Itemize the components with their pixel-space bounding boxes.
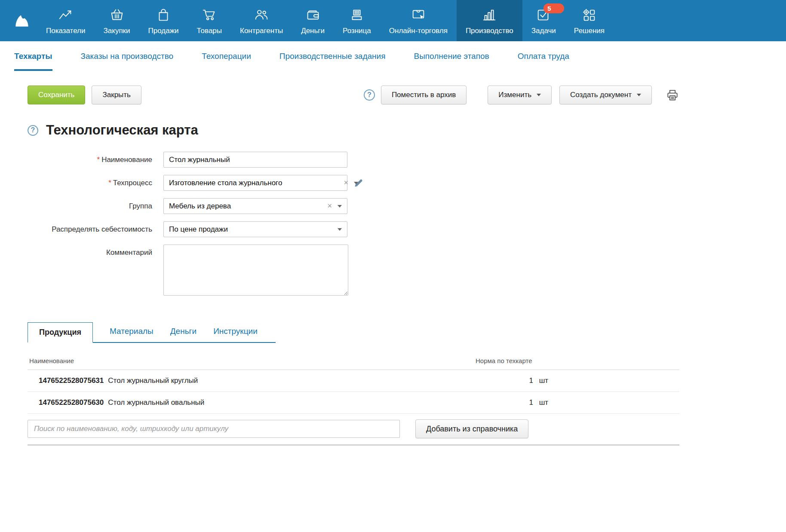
name-control	[163, 152, 347, 168]
page-title: Технологическая карта	[46, 122, 198, 138]
apps-grid-gear-icon	[580, 6, 598, 24]
cost-distribution-label: Распределять себестоимость	[28, 221, 152, 234]
nav-item-counterparties[interactable]: Контрагенты	[231, 0, 292, 41]
name-input[interactable]	[163, 152, 347, 168]
nav-label: Решения	[574, 27, 605, 35]
shopping-cart-icon	[201, 6, 218, 24]
subnav-item-stage-execution[interactable]: Выполнение этапов	[414, 41, 489, 71]
nav-label: Показатели	[46, 27, 86, 35]
nav-label: Производство	[466, 27, 513, 35]
cloud-logo-icon	[13, 12, 31, 30]
close-button[interactable]: Закрыть	[92, 86, 141, 104]
chevron-down-icon	[637, 94, 641, 96]
table-row[interactable]: 1476522528075631 Стол журнальный круглый…	[28, 370, 679, 392]
subnav-item-payroll[interactable]: Оплата труда	[518, 41, 569, 71]
detail-tabs: Продукция Материалы Деньги Инструкции	[28, 322, 276, 343]
techcard-form: *Наименование *Техпроцесс	[28, 152, 679, 296]
process-label-text: Техпроцесс	[113, 179, 152, 187]
line-chart-icon	[57, 6, 74, 24]
tab-products[interactable]: Продукция	[28, 322, 93, 343]
product-code: 1476522528075630	[39, 398, 104, 407]
clear-icon[interactable]	[344, 178, 348, 187]
nav-item-retail[interactable]: Розница	[334, 0, 380, 41]
clear-icon[interactable]	[327, 202, 332, 210]
save-button[interactable]: Сохранить	[28, 86, 85, 104]
comment-control	[163, 245, 348, 296]
required-mark: *	[97, 156, 100, 164]
product-search-input[interactable]	[28, 420, 400, 438]
product-cell: 1476522528075630 Стол журнальный овальны…	[28, 398, 476, 407]
edit-dropdown-button[interactable]: Изменить	[488, 86, 552, 104]
basket-icon	[108, 6, 126, 24]
product-code: 1476522528075631	[39, 376, 104, 385]
norm-unit: шт	[539, 376, 548, 385]
group-label-text: Группа	[129, 202, 152, 210]
nav-label: Розница	[343, 27, 371, 35]
form-row-group: Группа	[28, 198, 679, 214]
nav-item-online-trade[interactable]: Онлайн-торговля	[380, 0, 457, 41]
cost-distribution-select	[163, 221, 347, 237]
tasks-badge: 5	[543, 3, 564, 13]
toolbar-help-icon[interactable]: ?	[364, 89, 375, 101]
required-mark: *	[108, 179, 111, 187]
table-header: Наименование Норма по техкарте	[28, 352, 679, 370]
page-content: Сохранить Закрыть ? Поместить в архив Из…	[0, 86, 679, 445]
norm-quantity: 1	[476, 376, 533, 385]
process-label: *Техпроцесс	[28, 175, 152, 187]
archive-button[interactable]: Поместить в архив	[381, 86, 467, 104]
process-input[interactable]	[163, 175, 347, 191]
nav-item-production[interactable]: Производство	[457, 0, 522, 41]
form-row-process: *Техпроцесс	[28, 175, 679, 191]
norm-quantity: 1	[476, 398, 533, 407]
tab-materials[interactable]: Материалы	[110, 327, 154, 342]
chevron-down-icon[interactable]	[338, 205, 342, 208]
wallet-icon	[304, 6, 322, 24]
comment-label-text: Комментарий	[106, 248, 152, 257]
subnav-item-production-orders[interactable]: Заказы на производство	[81, 41, 174, 71]
nav-item-money[interactable]: Деньги	[292, 0, 334, 41]
subnav-item-production-tasks[interactable]: Производственные задания	[279, 41, 386, 71]
group-input[interactable]	[163, 198, 347, 214]
nav-label: Онлайн-торговля	[389, 27, 448, 35]
shopping-bag-icon	[155, 6, 172, 24]
nav-label: Задачи	[531, 27, 556, 35]
product-name: Стол журнальный овальный	[108, 398, 204, 407]
nav-item-tasks[interactable]: 5 Задачи	[522, 0, 565, 41]
title-help-icon[interactable]: ?	[28, 125, 38, 136]
nav-item-purchases[interactable]: Закупки	[95, 0, 139, 41]
checkbox-check-icon: 5	[535, 6, 552, 24]
table-row[interactable]: 1476522528075630 Стол журнальный овальны…	[28, 392, 679, 414]
nav-item-indicators[interactable]: Показатели	[37, 0, 95, 41]
add-from-catalog-button[interactable]: Добавить из справочника	[415, 419, 528, 438]
norm-cell: 1 шт	[476, 376, 679, 385]
cost-distribution-input[interactable]	[163, 221, 347, 237]
name-label: *Наименование	[28, 152, 152, 164]
form-row-name: *Наименование	[28, 152, 679, 168]
bar-chart-icon	[481, 6, 498, 24]
chevron-down-icon[interactable]	[338, 228, 342, 231]
app-window: Показатели Закупки Продажи Товары Контра	[0, 0, 786, 532]
cost-label-text: Распределять себестоимость	[52, 225, 152, 233]
tab-instructions[interactable]: Инструкции	[213, 327, 258, 342]
name-label-text: Наименование	[101, 156, 152, 164]
nav-item-sales[interactable]: Продажи	[139, 0, 188, 41]
subnav-item-techcards[interactable]: Техкарты	[14, 41, 52, 71]
norm-cell: 1 шт	[476, 398, 679, 407]
process-combobox	[163, 175, 364, 191]
chevron-down-icon	[537, 94, 541, 96]
subnav-item-tech-operations[interactable]: Техоперации	[202, 41, 251, 71]
product-cell: 1476522528075631 Стол журнальный круглый	[28, 376, 476, 385]
tab-money[interactable]: Деньги	[170, 327, 196, 342]
create-document-dropdown-button[interactable]: Создать документ	[559, 86, 652, 104]
products-table: Наименование Норма по техкарте 147652252…	[28, 352, 679, 445]
table-search-row: Добавить из справочника	[28, 419, 679, 445]
print-button[interactable]	[666, 88, 679, 102]
comment-textarea[interactable]	[163, 245, 348, 296]
cash-register-icon	[348, 6, 365, 24]
nav-item-goods[interactable]: Товары	[188, 0, 231, 41]
nav-label: Закупки	[104, 27, 130, 35]
chevron-down-icon[interactable]	[354, 182, 358, 184]
title-row: ? Технологическая карта	[28, 122, 679, 138]
nav-item-solutions[interactable]: Решения	[565, 0, 614, 41]
app-logo[interactable]	[7, 0, 37, 41]
